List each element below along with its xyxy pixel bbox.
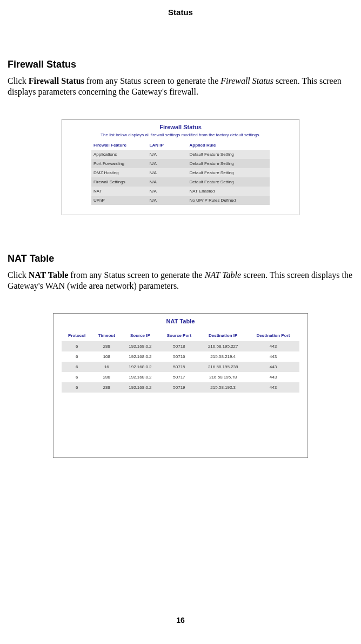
page-header: Status (8, 8, 353, 17)
table-row: Port ForwardingN/ADefault Feature Settin… (91, 159, 270, 168)
cell: 192.168.0.2 (121, 372, 159, 382)
cell: 50718 (159, 341, 199, 351)
cell: 288 (92, 372, 121, 382)
cell: 6 (62, 351, 92, 362)
cell: N/A (148, 159, 188, 168)
cell: 50716 (159, 351, 199, 362)
cell: 443 (247, 372, 299, 382)
cell: Port Forwarding (91, 159, 148, 168)
table-row: ApplicationsN/ADefault Feature Setting (91, 150, 270, 159)
cell: 216.58.195.238 (199, 362, 247, 372)
cell: 192.168.0.2 (121, 351, 159, 362)
cell: DMZ Hosting (91, 168, 148, 177)
cell: 215.58.219.4 (199, 351, 247, 362)
table-header: Firewall Feature (91, 142, 148, 150)
section-body-firewall: Click Firewall Status from any Status sc… (8, 76, 353, 97)
cell: 16 (92, 362, 121, 372)
cell: Applications (91, 150, 148, 159)
table-row: DMZ HostingN/ADefault Feature Setting (91, 168, 270, 177)
cell: NAT (91, 187, 148, 196)
page-number: 16 (0, 616, 361, 625)
cell: 6 (62, 362, 92, 372)
figure-title: Firewall Status (62, 124, 299, 130)
cell: UPnP (91, 196, 148, 205)
table-header: LAN IP (148, 142, 188, 150)
cell: 288 (92, 341, 121, 351)
section-heading-firewall: Firewall Status (8, 59, 353, 70)
cell: 192.168.0.2 (121, 382, 159, 393)
cell: 50717 (159, 372, 199, 382)
cell: N/A (148, 177, 188, 187)
para-text: from any Status screen to generate the (84, 76, 220, 85)
table-header: Destination Port (247, 330, 299, 341)
cell: 443 (247, 351, 299, 362)
cell: Default Feature Setting (188, 168, 270, 177)
cell: 50715 (159, 362, 199, 372)
cell: Default Feature Setting (188, 177, 270, 187)
table-row: UPnPN/ANo UPnP Rules Defined (91, 196, 270, 205)
cell: Default Feature Setting (188, 150, 270, 159)
section-body-nat: Click NAT Table from any Status screen t… (8, 270, 353, 291)
cell: N/A (148, 150, 188, 159)
cell: 443 (247, 362, 299, 372)
cell: N/A (148, 168, 188, 177)
cell: 443 (247, 382, 299, 393)
cell: 192.168.0.2 (121, 362, 159, 372)
table-header: Source IP (121, 330, 159, 341)
para-bold: NAT Table (29, 270, 69, 280)
para-italic: NAT Table (205, 270, 241, 280)
figure-title: NAT Table (54, 318, 307, 324)
nat-table: Protocol Timeout Source IP Source Port D… (62, 330, 299, 393)
cell: NAT Enabled (188, 187, 270, 196)
cell: Firewall Settings (91, 177, 148, 187)
table-header-row: Firewall Feature LAN IP Applied Rule (91, 142, 270, 150)
para-text: Click (8, 76, 29, 85)
cell: N/A (148, 187, 188, 196)
table-row: 6108192.168.0.250716215.58.219.4443 (62, 351, 299, 362)
cell: 108 (92, 351, 121, 362)
table-row: Firewall SettingsN/ADefault Feature Sett… (91, 177, 270, 187)
cell: N/A (148, 196, 188, 205)
cell: 192.168.0.2 (121, 341, 159, 351)
cell: 6 (62, 341, 92, 351)
cell: No UPnP Rules Defined (188, 196, 270, 205)
table-header-row: Protocol Timeout Source IP Source Port D… (62, 330, 299, 341)
figure-description: The list below displays all firewall set… (62, 132, 299, 137)
table-header: Protocol (62, 330, 92, 341)
para-text: Click (8, 270, 29, 280)
figure-nat-table: NAT Table Protocol Timeout Source IP Sou… (53, 313, 308, 458)
table-row: 6288192.168.0.250717216.58.195.78443 (62, 372, 299, 382)
table-row: 6288192.168.0.250719215.58.192.3443 (62, 382, 299, 393)
cell: 216.58.195.78 (199, 372, 247, 382)
para-text: from any Status screen to generate the (68, 270, 204, 280)
table-header: Destination IP (199, 330, 247, 341)
cell: 6 (62, 372, 92, 382)
table-row: 6288192.168.0.250718216.58.195.227443 (62, 341, 299, 351)
firewall-table: Firewall Feature LAN IP Applied Rule App… (91, 142, 270, 205)
cell: 215.58.192.3 (199, 382, 247, 393)
table-header: Applied Rule (188, 142, 270, 150)
cell: 288 (92, 382, 121, 393)
cell: Default Feature Setting (188, 159, 270, 168)
para-italic: Firewall Status (220, 76, 273, 85)
table-header: Timeout (92, 330, 121, 341)
cell: 216.58.195.227 (199, 341, 247, 351)
table-row: 616192.168.0.250715216.58.195.238443 (62, 362, 299, 372)
table-header: Source Port (159, 330, 199, 341)
para-bold: Firewall Status (29, 76, 84, 85)
cell: 6 (62, 382, 92, 393)
section-heading-nat: NAT Table (8, 253, 353, 264)
cell: 50719 (159, 382, 199, 393)
figure-firewall-status: Firewall Status The list below displays … (62, 119, 299, 215)
table-row: NATN/ANAT Enabled (91, 187, 270, 196)
cell: 443 (247, 341, 299, 351)
